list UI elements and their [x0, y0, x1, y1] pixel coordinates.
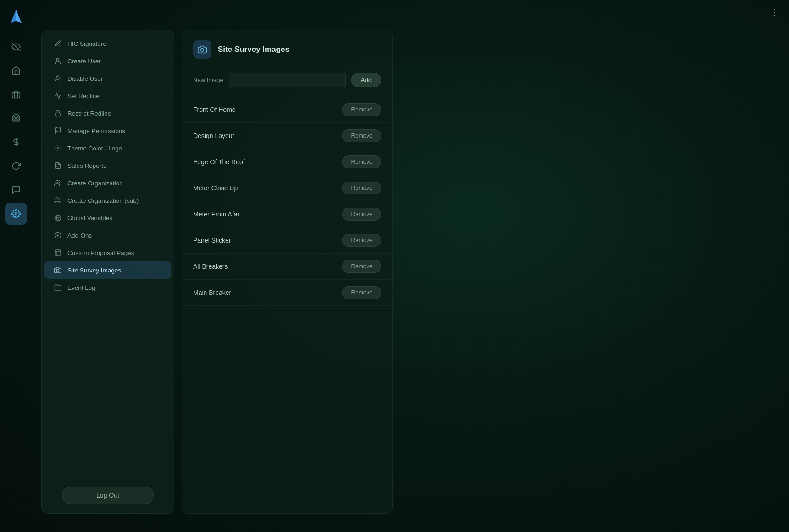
image-row: Panel Sticker Remove	[182, 227, 392, 254]
hic-signature-icon	[54, 39, 62, 48]
panel-title: Site Survey Images	[218, 45, 289, 54]
svg-rect-13	[55, 113, 61, 116]
sidebar-label-add-ons: Add-Ons	[67, 232, 92, 239]
sales-reports-icon	[54, 161, 62, 170]
sidebar-label-restrict-redline: Restrict Redline	[67, 110, 111, 117]
image-list: Front Of Home Remove Design Layout Remov…	[182, 94, 392, 513]
remove-button-meter-from-afar[interactable]: Remove	[342, 208, 381, 221]
sidebar-item-create-user[interactable]: Create User	[44, 52, 171, 70]
image-name: Design Layout	[193, 132, 234, 139]
add-image-button[interactable]: Add	[351, 73, 381, 87]
create-organization-icon	[54, 179, 62, 187]
sidebar-icon-target[interactable]	[5, 107, 27, 129]
restrict-redline-icon	[54, 109, 62, 117]
svg-rect-25	[55, 250, 61, 255]
image-row: All Breakers Remove	[182, 254, 392, 280]
remove-button-design-layout[interactable]: Remove	[342, 129, 381, 142]
remove-button-edge-of-roof[interactable]: Remove	[342, 155, 381, 168]
sidebar-item-sales-reports[interactable]: Sales Reports	[44, 157, 171, 174]
remove-button-panel-sticker[interactable]: Remove	[342, 234, 381, 247]
svg-point-8	[15, 213, 17, 215]
site-survey-images-icon	[54, 266, 62, 274]
sidebar-item-manage-permissions[interactable]: Manage Permissions	[44, 122, 171, 139]
sidebar-label-site-survey-images: Site Survey Images	[67, 267, 121, 274]
sidebar-item-add-ons[interactable]: Add-Ons	[44, 227, 171, 244]
event-log-icon	[54, 283, 62, 292]
logout-button[interactable]: Log Out	[62, 487, 154, 504]
image-name: Panel Sticker	[193, 237, 231, 244]
image-name: Meter Close Up	[193, 184, 238, 192]
svg-point-15	[57, 148, 59, 149]
sidebar-label-disable-user: Disable User	[67, 75, 103, 82]
image-row: Meter Close Up Remove	[182, 175, 392, 201]
app-logo	[6, 7, 26, 27]
image-name: Meter From Afar	[193, 211, 239, 218]
new-image-label: New Image	[193, 77, 223, 83]
panel-camera-icon	[193, 40, 211, 59]
sidebar-item-create-organization-sub[interactable]: Create Organization (sub)	[44, 192, 171, 209]
image-name: Main Breaker	[193, 289, 231, 296]
panel-header: Site Survey Images	[182, 30, 392, 66]
sidebar-item-set-redline[interactable]: Set Redline	[44, 87, 171, 105]
sidebar-item-site-survey-images[interactable]: Site Survey Images	[44, 261, 171, 279]
image-row: Design Layout Remove	[182, 123, 392, 149]
sidebar-icon-briefcase[interactable]	[5, 83, 27, 105]
svg-rect-3	[12, 93, 20, 98]
remove-button-all-breakers[interactable]: Remove	[342, 260, 381, 273]
sidebar-label-global-variables: Global Variables	[67, 215, 112, 222]
sidebar-label-theme-color: Theme Color / Logo	[67, 145, 122, 152]
sidebar-label-sales-reports: Sales Reports	[67, 162, 106, 169]
create-user-icon	[54, 57, 62, 65]
image-name: Edge Of The Roof	[193, 158, 245, 166]
sidebar-label-manage-permissions: Manage Permissions	[67, 127, 125, 134]
manage-permissions-icon	[54, 127, 62, 135]
sidebar-label-create-organization-sub: Create Organization (sub)	[67, 197, 139, 204]
add-ons-icon	[54, 231, 62, 239]
sidebar-label-create-organization: Create Organization	[67, 180, 123, 187]
settings-sidebar: HIC Signature Create User Disable User	[41, 30, 174, 514]
sidebar-icon-eye-off[interactable]	[5, 36, 27, 58]
custom-proposal-pages-icon	[54, 249, 62, 257]
image-row: Edge Of The Roof Remove	[182, 149, 392, 175]
content-panel: Site Survey Images New Image Add Front O…	[182, 30, 393, 514]
set-redline-icon	[54, 92, 62, 100]
sidebar-item-custom-proposal-pages[interactable]: Custom Proposal Pages	[44, 244, 171, 261]
image-name: All Breakers	[193, 263, 228, 270]
disable-user-icon	[54, 74, 62, 83]
sidebar-item-create-organization[interactable]: Create Organization	[44, 174, 171, 192]
svg-point-9	[56, 58, 59, 61]
sidebar-label-custom-proposal-pages: Custom Proposal Pages	[67, 249, 134, 256]
svg-point-10	[56, 76, 59, 78]
sidebar-item-theme-color[interactable]: Theme Color / Logo	[44, 139, 171, 157]
sidebar-item-event-log[interactable]: Event Log	[44, 279, 171, 296]
svg-point-19	[56, 198, 58, 200]
svg-marker-1	[16, 10, 22, 23]
new-image-input[interactable]	[229, 73, 346, 87]
sidebar-item-disable-user[interactable]: Disable User	[44, 70, 171, 87]
sidebar-icon-home[interactable]	[5, 60, 27, 82]
svg-point-18	[56, 180, 58, 183]
svg-point-27	[201, 49, 204, 52]
sidebar-icon-chat[interactable]	[5, 179, 27, 201]
image-row: Meter From Afar Remove	[182, 201, 392, 227]
image-row: Main Breaker Remove	[182, 280, 392, 306]
add-image-row: New Image Add	[182, 66, 392, 94]
sidebar-item-hic-signature[interactable]: HIC Signature	[44, 35, 171, 52]
theme-color-icon	[54, 144, 62, 152]
remove-button-front-of-home[interactable]: Remove	[342, 103, 381, 116]
remove-button-meter-close-up[interactable]: Remove	[342, 182, 381, 194]
svg-point-6	[15, 117, 17, 119]
sidebar-label-create-user: Create User	[67, 58, 101, 65]
sidebar-item-global-variables[interactable]: Global Variables	[44, 209, 171, 227]
sidebar-icon-refresh[interactable]	[5, 155, 27, 177]
sidebar-item-restrict-redline[interactable]: Restrict Redline	[44, 105, 171, 122]
sidebar-label-set-redline: Set Redline	[67, 93, 100, 100]
sidebar-icon-settings[interactable]	[5, 203, 27, 225]
svg-point-26	[56, 269, 59, 272]
top-dots-menu[interactable]: ⋮	[770, 6, 780, 17]
image-row: Front Of Home Remove	[182, 97, 392, 123]
sidebar-label-hic-signature: HIC Signature	[67, 40, 106, 47]
sidebar-label-event-log: Event Log	[67, 284, 95, 291]
sidebar-icon-dollar[interactable]	[5, 131, 27, 153]
remove-button-main-breaker[interactable]: Remove	[342, 286, 381, 299]
